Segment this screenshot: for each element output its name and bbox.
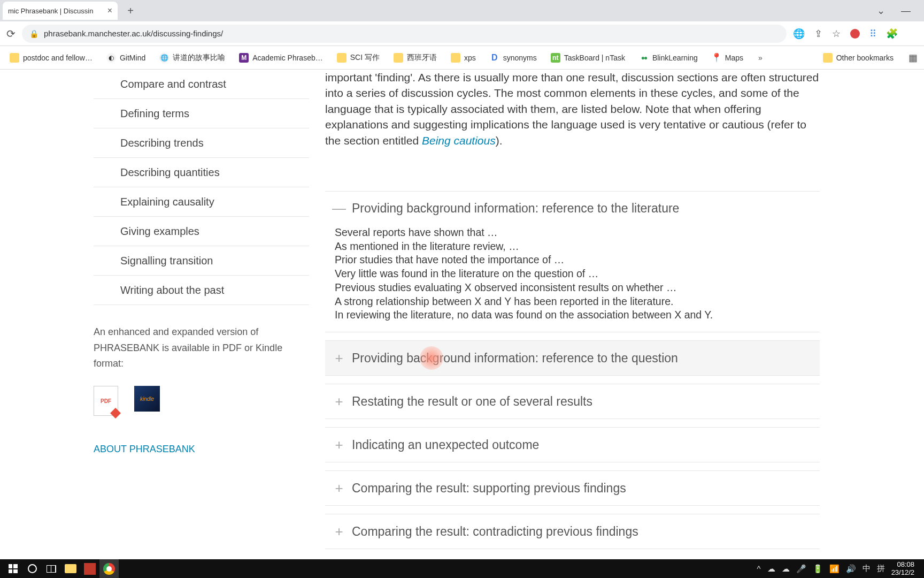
other-bookmarks[interactable]: Other bookmarks bbox=[823, 53, 894, 63]
bookmarks-bar: postdoc and fellow… ◐ GitMind 🌐 讲道的故事比喻 … bbox=[0, 46, 924, 70]
bookmark-gitmind[interactable]: ◐ GitMind bbox=[103, 51, 149, 65]
accordion-item-question: + Providing background information: refe… bbox=[325, 340, 820, 376]
folder-icon bbox=[394, 53, 403, 63]
expand-icon: + bbox=[333, 482, 345, 495]
bookmark-maps[interactable]: 📍 Maps bbox=[709, 51, 746, 65]
address-bar: ⟳ 🔒 phrasebank.manchester.ac.uk/discussi… bbox=[0, 21, 924, 46]
pdf-icon[interactable]: PDF bbox=[94, 386, 118, 416]
ntask-icon: nt bbox=[551, 53, 560, 63]
new-tab-button[interactable]: + bbox=[123, 3, 138, 18]
share-icon[interactable]: ⇪ bbox=[814, 28, 822, 40]
phrase-line: Very little was found in the literature … bbox=[335, 267, 820, 281]
bookmark-sci-writing[interactable]: SCI 写作 bbox=[334, 51, 383, 65]
accordion-body: Several reports have shown that … As men… bbox=[325, 226, 820, 332]
bookmark-label: postdoc and fellow… bbox=[23, 54, 93, 62]
lock-icon[interactable]: 🔒 bbox=[29, 29, 38, 38]
bookmark-label: Maps bbox=[725, 54, 743, 62]
sidebar-item-signalling-transition[interactable]: Signalling transition bbox=[94, 246, 309, 276]
accordion-title: Comparing the result: supporting previou… bbox=[352, 481, 626, 496]
extension-red-icon[interactable] bbox=[850, 29, 860, 39]
bookmark-blinklearning[interactable]: ●● BlinkLearning bbox=[636, 51, 701, 65]
accordion-title: Restating the result or one of several r… bbox=[352, 394, 592, 409]
sidebar-item-describing-trends[interactable]: Describing trends bbox=[94, 128, 309, 158]
sidebar-item-compare-contrast[interactable]: Compare and contrast bbox=[94, 70, 309, 99]
accordion-item-unexpected: + Indicating an unexpected outcome bbox=[325, 427, 820, 462]
close-tab-icon[interactable]: × bbox=[107, 6, 112, 16]
task-view-button[interactable] bbox=[42, 559, 61, 578]
cortana-button[interactable] bbox=[22, 559, 42, 578]
intro-tail: ). bbox=[496, 134, 503, 147]
accordion-header[interactable]: + Comparing the result: supporting previ… bbox=[325, 471, 820, 505]
cloud-icon[interactable]: ☁ bbox=[782, 564, 790, 574]
about-phrasebank-link[interactable]: ABOUT PHRASEBANK bbox=[94, 444, 309, 455]
extensions-icon[interactable]: 🧩 bbox=[886, 28, 898, 40]
bookmark-label: xps bbox=[464, 54, 476, 62]
accordion-header[interactable]: + Restating the result or one of several… bbox=[325, 384, 820, 419]
mendeley-button[interactable] bbox=[80, 559, 99, 578]
accordion: — Providing background information: refe… bbox=[325, 191, 820, 549]
tabs-dropdown-icon[interactable]: ⌄ bbox=[877, 5, 885, 17]
bookmark-star-icon[interactable]: ☆ bbox=[832, 28, 841, 40]
date: 23/12/2 bbox=[891, 569, 914, 577]
bookmarks-overflow-icon[interactable]: » bbox=[758, 54, 763, 62]
tray-expand-icon[interactable]: ^ bbox=[757, 564, 761, 573]
sidebar: Compare and contrast Defining terms Desc… bbox=[0, 70, 325, 559]
accordion-title: Providing background information: refere… bbox=[352, 201, 679, 216]
minimize-window-icon[interactable]: — bbox=[901, 5, 911, 17]
gitmind-icon: ◐ bbox=[106, 53, 116, 63]
battery-icon[interactable]: 🔋 bbox=[813, 564, 823, 574]
google-translate-icon[interactable]: ⠿ bbox=[869, 28, 876, 40]
bookmark-academic-phrasebank[interactable]: M Academic Phraseb… bbox=[236, 51, 326, 65]
intro-text: important 'finding'. As there is usually… bbox=[325, 71, 819, 147]
folder-icon bbox=[451, 53, 460, 63]
accordion-header[interactable]: + Indicating an unexpected outcome bbox=[325, 428, 820, 462]
translate-icon[interactable]: 🌐 bbox=[793, 28, 805, 40]
bookmark-synonyms[interactable]: D synonyms bbox=[487, 51, 540, 65]
bookmark-label: 讲道的故事比喻 bbox=[173, 53, 225, 63]
url-input[interactable]: 🔒 phrasebank.manchester.ac.uk/discussing… bbox=[22, 25, 787, 43]
bookmark-label: synonyms bbox=[503, 54, 537, 62]
bookmark-label: SCI 写作 bbox=[350, 53, 380, 63]
bookmark-postdoc[interactable]: postdoc and fellow… bbox=[6, 51, 96, 65]
sidebar-item-describing-quantities[interactable]: Describing quantities bbox=[94, 158, 309, 187]
reading-list-icon[interactable]: ▦ bbox=[908, 52, 918, 64]
browser-tab[interactable]: mic Phrasebank | Discussin × bbox=[3, 2, 118, 20]
taskbar: ^ ☁ ☁ 🎤 🔋 📶 🔊 中 拼 08:08 23/12/2 bbox=[0, 559, 924, 578]
phrase-line: A strong relationship between X and Y ha… bbox=[335, 295, 820, 309]
accordion-header[interactable]: + Providing background information: refe… bbox=[325, 341, 820, 375]
bookmark-label: TaskBoard | nTask bbox=[564, 54, 625, 62]
phrase-line: Several reports have shown that … bbox=[335, 226, 820, 240]
volume-icon[interactable]: 🔊 bbox=[846, 564, 856, 574]
bookmark-xps[interactable]: xps bbox=[448, 51, 479, 65]
ime-pin-icon[interactable]: 拼 bbox=[877, 564, 885, 574]
sidebar-item-writing-past[interactable]: Writing about the past bbox=[94, 276, 309, 305]
reload-icon[interactable]: ⟳ bbox=[6, 27, 16, 40]
bookmark-spanish[interactable]: 西班牙语 bbox=[390, 51, 440, 65]
bookmark-stories[interactable]: 🌐 讲道的故事比喻 bbox=[156, 51, 228, 65]
clock[interactable]: 08:08 23/12/2 bbox=[891, 561, 914, 577]
accordion-item-literature: — Providing background information: refe… bbox=[325, 191, 820, 332]
accordion-header[interactable]: + Comparing the result: contradicting pr… bbox=[325, 514, 820, 549]
expand-icon: + bbox=[333, 395, 345, 408]
start-button[interactable] bbox=[3, 559, 22, 578]
manchester-icon: M bbox=[239, 53, 249, 63]
wifi-icon[interactable]: 📶 bbox=[829, 564, 840, 574]
expand-icon: + bbox=[333, 352, 345, 364]
kindle-icon[interactable]: kindle bbox=[134, 386, 160, 412]
sidebar-item-explaining-causality[interactable]: Explaining causality bbox=[94, 187, 309, 217]
chrome-button[interactable] bbox=[99, 559, 119, 578]
expand-icon: + bbox=[333, 525, 345, 538]
ime-zhong-icon[interactable]: 中 bbox=[863, 564, 871, 574]
mic-icon[interactable]: 🎤 bbox=[796, 564, 806, 574]
accordion-item-contradicting: + Comparing the result: contradicting pr… bbox=[325, 514, 820, 549]
onedrive-icon[interactable]: ☁ bbox=[767, 564, 775, 574]
bookmark-ntask[interactable]: nt TaskBoard | nTask bbox=[548, 51, 628, 65]
page-content: Compare and contrast Defining terms Desc… bbox=[0, 70, 924, 559]
being-cautious-link[interactable]: Being cautious bbox=[422, 134, 496, 147]
sidebar-item-giving-examples[interactable]: Giving examples bbox=[94, 217, 309, 246]
accordion-header[interactable]: — Providing background information: refe… bbox=[325, 192, 820, 226]
main-content: important 'finding'. As there is usually… bbox=[325, 70, 924, 559]
sidebar-item-defining-terms[interactable]: Defining terms bbox=[94, 99, 309, 128]
accordion-title: Indicating an unexpected outcome bbox=[352, 438, 539, 452]
file-explorer-button[interactable] bbox=[61, 559, 80, 578]
